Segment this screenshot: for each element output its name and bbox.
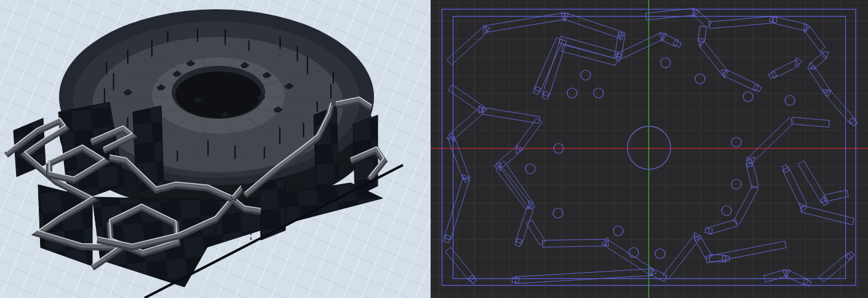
render-3d-scene: [0, 0, 431, 298]
viewport-3d-perspective[interactable]: [0, 0, 431, 298]
viewport-2d-wireframe-top[interactable]: [431, 0, 868, 298]
render-wireframe-scene: [431, 0, 868, 298]
wireframe-background: [431, 0, 868, 298]
editor-split-view: [0, 0, 868, 298]
